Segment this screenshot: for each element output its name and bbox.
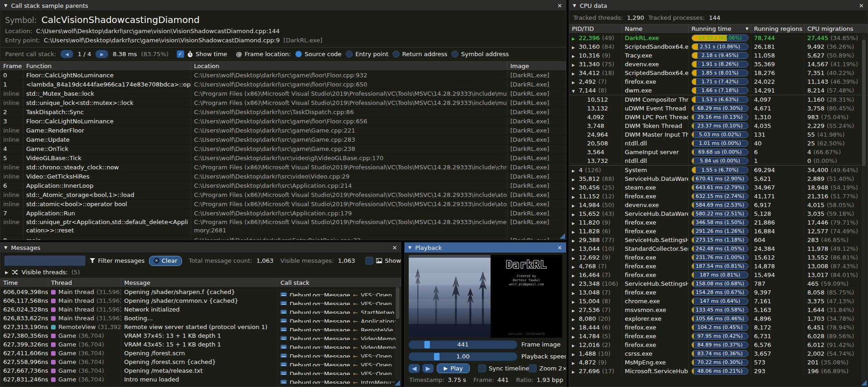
pid-cell[interactable]: ▶13,048(7): [569, 288, 622, 297]
pid-cell[interactable]: ▶12,692(9): [569, 253, 622, 262]
resize-grip[interactable]: [861, 380, 867, 386]
cpu-row[interactable]: 24,964 DWM Master Input Threa 5.03 ms (0…: [569, 130, 868, 139]
column-header-message[interactable]: Message: [121, 278, 278, 287]
pid-cell[interactable]: ▶34,412(18): [569, 69, 622, 77]
cpu-row[interactable]: ▶30,456(25) steam.exe 643.61 ms (2.79%) …: [569, 183, 868, 192]
radio-dot[interactable]: [295, 51, 302, 58]
function-cell[interactable]: Application::InnerLoop: [23, 181, 191, 190]
cpu-row[interactable]: ▶27,536(7) msvsmon.exe 133.45 ms (0.58%)…: [569, 306, 868, 314]
show-frame-checkbox[interactable]: [365, 257, 373, 265]
sync-timeline-checkbox[interactable]: [478, 364, 486, 372]
cpu-row[interactable]: ▶15,652(43) ServiceHub.DataWarehou 580.2…: [569, 209, 868, 218]
expand-icon[interactable]: ▶: [572, 78, 579, 86]
message-row[interactable]: 627,558,996ns Game(36,704) Opening /fore…: [0, 358, 401, 366]
cpu-row[interactable]: ▶35,812(88) ServiceHub.DataWarehou 670.4…: [569, 174, 868, 183]
pid-cell[interactable]: 24,964: [569, 130, 622, 139]
pid-cell[interactable]: 10,512: [569, 95, 622, 104]
callstack-cell[interactable]: DebugLog::Message ← VideoMemo: [278, 340, 401, 349]
step-back-button[interactable]: ◀: [408, 364, 420, 373]
callstack-list-icon[interactable]: [280, 336, 287, 340]
resize-grip[interactable]: [560, 233, 565, 239]
column-header-location[interactable]: Location: [191, 62, 508, 70]
pid-cell[interactable]: ▶14,784(5): [569, 332, 622, 341]
cpu-row[interactable]: ▼7,144(8) dwm.exe 1.66 s (7.18%) 14,291 …: [569, 86, 868, 95]
next-callstack-button[interactable]: ▶: [95, 50, 108, 58]
cpu-row[interactable]: ▶27,696(17) Microsoft.ServiceHub.Co 48.0…: [569, 367, 868, 375]
callstack-list-icon[interactable]: [280, 345, 287, 349]
expand-icon[interactable]: ▶: [572, 35, 579, 42]
callstack-list-icon[interactable]: [280, 318, 287, 323]
radio-entry-point[interactable]: Entry point: [346, 51, 388, 58]
column-header-name[interactable]: Name: [622, 24, 689, 33]
callstack-cell[interactable]: DebugLog::Message ← RemoteVie: [278, 323, 401, 331]
callstack-row[interactable]: 5 VideoGLBase::Tick C:\Users\wolf\Deskto…: [0, 154, 566, 163]
radio-dot[interactable]: [393, 51, 400, 58]
function-cell[interactable]: <lambda_84a19dc444fae966ca174e83e708bdca…: [23, 80, 191, 89]
callstack-list-icon[interactable]: [280, 362, 287, 366]
callstack-row[interactable]: inline Game::Update C:\Users\wolf\Deskto…: [0, 135, 566, 144]
cpu-row[interactable]: 13,132 uDWM Event Thread 68.29 ms (0.30%…: [569, 104, 868, 113]
pid-cell[interactable]: ▶31,340(75): [569, 60, 622, 69]
expand-icon[interactable]: ▶: [572, 350, 579, 358]
column-header-thread[interactable]: Thread: [48, 278, 121, 287]
expand-icon[interactable]: ▶: [572, 359, 579, 367]
callstack-row[interactable]: 8 main C:\Users\wolf\Desktop\darkrl\src\…: [0, 236, 566, 240]
expand-icon[interactable]: ▶: [5, 270, 8, 275]
pid-cell[interactable]: ▶27,696(17): [569, 367, 622, 375]
messages-scrollbar[interactable]: [395, 287, 400, 380]
filter-input[interactable]: [4, 255, 86, 266]
expand-icon[interactable]: ▶: [572, 43, 579, 51]
cpu-row[interactable]: ▶13,044(10) StandardCollector.Servic 242…: [569, 244, 868, 253]
expand-icon[interactable]: ▶: [572, 280, 579, 288]
function-cell[interactable]: std::_Atomic_storage<bool,1>::load: [23, 191, 191, 199]
pid-cell[interactable]: ▶16,464(7): [569, 271, 622, 279]
pid-cell[interactable]: ▶12,016(2): [569, 341, 622, 349]
expand-icon[interactable]: ▶: [572, 69, 579, 77]
message-row[interactable]: 627,399,326ns Game(36,704) VRAM 43x45: 1…: [0, 340, 401, 349]
expand-icon[interactable]: ▶: [572, 237, 579, 244]
cpu-row[interactable]: 3,564 GameInput server 69.68 us (0.00%) …: [569, 148, 868, 156]
callstack-row[interactable]: inline std::atomic<bool>::operator bool …: [0, 200, 566, 209]
cpu-row[interactable]: ▶4,768(7) firefox.exe 187.54 ms (0.81%) …: [569, 262, 868, 271]
function-cell[interactable]: Game::Update: [23, 135, 191, 144]
radio-return-address[interactable]: Return address: [393, 51, 447, 58]
cpu-row[interactable]: 3,748 DWM Token Thread 23.37 ms (0.10%) …: [569, 121, 868, 130]
function-cell[interactable]: Floor::CalcLightNoLuminance: [23, 117, 191, 126]
expand-icon[interactable]: ▶: [572, 263, 579, 271]
cpu-scrollbar-thumb[interactable]: [862, 40, 866, 166]
pid-cell[interactable]: 3,748: [569, 121, 622, 130]
close-icon[interactable]: [557, 245, 562, 251]
callstack-cell[interactable]: DebugLog::Message ← Application:: [278, 314, 401, 323]
sync-timeline-toggle[interactable]: Sync timeline: [478, 364, 529, 372]
function-cell[interactable]: Game::OnTick: [23, 144, 191, 153]
pid-cell[interactable]: ▶22,396(49): [569, 34, 622, 42]
playback-speed-slider[interactable]: 1.00: [408, 352, 518, 361]
pid-cell[interactable]: 3,564: [569, 148, 622, 156]
pid-cell[interactable]: ▶4,768(7): [569, 262, 622, 271]
cpu-row[interactable]: ▶11,828(6) firefox.exe 291.26 ms (1.26%)…: [569, 227, 868, 236]
function-cell[interactable]: std::unique_lock<std::mutex>::lock: [23, 98, 191, 107]
callstack-row[interactable]: 0 Floor::CalcLightNoLuminance C:\Users\w…: [0, 71, 566, 80]
callstack-row[interactable]: inline std::unique_lock<std::mutex>::loc…: [0, 98, 566, 108]
message-row[interactable]: 627,411,606ns Game(36,704) Opening /fore…: [0, 349, 401, 358]
callstack-row[interactable]: inline std::chrono::steady_clock::now C:…: [0, 163, 566, 172]
cpu-row[interactable]: ▶10,316(9) Tracy.exe 2.18 s (9.45%) 11,0…: [569, 51, 868, 60]
zoom-2x-checkbox[interactable]: [529, 364, 537, 372]
cpu-row[interactable]: ▶22,396(49) DarkRL.exe 14.33 s (62.06%) …: [569, 34, 868, 42]
cpu-row[interactable]: ▶34,412(18) ScriptedSandbox64.exe 1.85 s…: [569, 69, 868, 77]
visible-threads-row[interactable]: ▶ Visible threads: (5): [0, 268, 401, 278]
show-time-toggle[interactable]: Show time: [177, 50, 228, 58]
expand-icon[interactable]: ▶: [572, 333, 579, 341]
callstack-list-icon[interactable]: [280, 327, 287, 331]
step-forward-button[interactable]: ▶: [422, 364, 434, 373]
pid-cell[interactable]: 4,092: [569, 113, 622, 121]
cpu-row[interactable]: 4,092 DWM LPC Port Thread 29.16 ms (0.13…: [569, 113, 868, 121]
expand-icon[interactable]: ▼: [572, 87, 579, 95]
cpu-row[interactable]: 13,732 ntdll.dll 5.84 us (0.00%) 1 0(0.0…: [569, 156, 868, 166]
cpu-row[interactable]: ▶2,492(7) firefox.exe 1.71 s (7.42%) 24,…: [569, 77, 868, 86]
show-frame-toggle[interactable]: Show frame: [365, 257, 401, 265]
pid-cell[interactable]: ▶14,984(50): [569, 201, 622, 209]
column-header-function[interactable]: Function: [23, 62, 191, 70]
callstack-list-icon[interactable]: [280, 301, 287, 305]
pid-cell[interactable]: 20,508: [569, 139, 622, 148]
